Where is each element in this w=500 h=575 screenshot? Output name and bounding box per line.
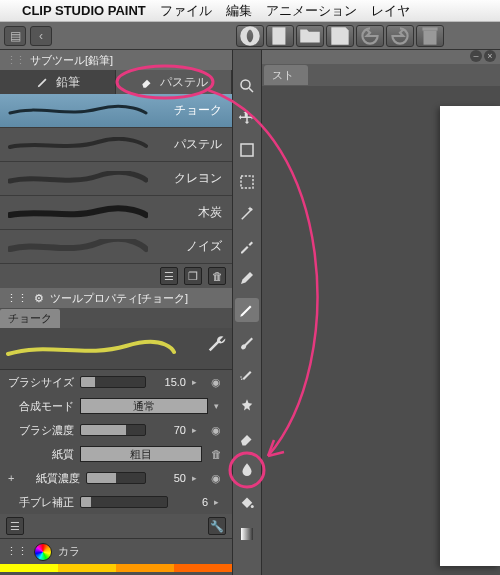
prop-brush-size: ブラシサイズ 15.0 ▸ ◉ (0, 370, 232, 394)
brush-item-crayon[interactable]: クレヨン (0, 162, 232, 196)
canvas[interactable] (440, 106, 500, 566)
prop-label: 合成モード (8, 399, 74, 414)
brush-item-noise[interactable]: ノイズ (0, 230, 232, 264)
prop-label: 手ブレ補正 (8, 495, 74, 510)
prop-value[interactable]: 15.0 (152, 376, 186, 388)
gear-icon: ⚙ (34, 292, 44, 305)
wrench-icon[interactable] (206, 332, 228, 354)
menu-animation[interactable]: アニメーション (266, 2, 357, 20)
subtab-label-pastel: パステル (160, 74, 208, 91)
prop-slider[interactable] (86, 472, 146, 484)
redo-icon[interactable] (386, 25, 414, 47)
duplicate-icon[interactable]: ❐ (184, 267, 202, 285)
close-icon[interactable]: × (484, 50, 496, 62)
eraser-tip-icon (140, 75, 154, 89)
tool-strip (232, 50, 262, 575)
toolprop-footer: ☰ 🔧 (0, 514, 232, 538)
prop-value[interactable]: 50 (152, 472, 186, 484)
clip-studio-icon[interactable] (236, 25, 264, 47)
brush-name: チョーク (174, 102, 222, 119)
brush-name: 木炭 (198, 204, 222, 221)
wand-tool-icon[interactable] (235, 202, 259, 226)
airbrush-tool-icon[interactable] (235, 362, 259, 386)
color-wheel-icon[interactable] (34, 543, 52, 561)
toolprop-titlebar[interactable]: ⋮⋮ ⚙ ツールプロパティ[チョーク] (0, 288, 232, 308)
brush-actions: ☰ ❐ 🗑 (0, 264, 232, 288)
pencil-icon (36, 75, 50, 89)
prop-value[interactable]: 6 (174, 496, 208, 508)
macos-menubar: CLIP STUDIO PAINT ファイル 編集 アニメーション レイヤ (0, 0, 500, 22)
document-tabbar: スト (262, 64, 500, 86)
brush-tool-icon[interactable] (235, 330, 259, 354)
property-icon[interactable]: ☰ (160, 267, 178, 285)
prop-label: ブラシ濃度 (8, 423, 74, 438)
brush-name: クレヨン (174, 170, 222, 187)
svg-point-8 (251, 505, 254, 508)
chevron-icon[interactable]: ▸ (192, 473, 202, 483)
move-tool-icon[interactable] (235, 106, 259, 130)
menu-edit[interactable]: 編集 (226, 2, 252, 20)
magnify-tool-icon[interactable] (235, 74, 259, 98)
subtab-label-pencil: 鉛筆 (56, 74, 80, 91)
chevron-icon[interactable]: ▾ (214, 401, 224, 411)
brush-item-charcoal[interactable]: 木炭 (0, 196, 232, 230)
brush-item-pastel[interactable]: パステル (0, 128, 232, 162)
pen-tool-icon[interactable] (235, 266, 259, 290)
pencil-tool-icon[interactable] (235, 298, 259, 322)
open-icon[interactable] (296, 25, 324, 47)
svg-point-6 (241, 379, 243, 381)
subtool-title: サブツール[鉛筆] (30, 53, 113, 68)
texture-select[interactable]: 粗目 (80, 446, 202, 462)
chevron-icon[interactable]: ▸ (214, 497, 224, 507)
new-doc-icon[interactable] (266, 25, 294, 47)
gradient-tool-icon[interactable] (235, 522, 259, 546)
operation-tool-icon[interactable] (235, 138, 259, 162)
subtool-titlebar[interactable]: ⋮⋮ サブツール[鉛筆] (0, 50, 232, 70)
document-tab[interactable]: スト (264, 65, 308, 85)
eraser-tool-icon[interactable] (235, 426, 259, 450)
chevron-left-icon[interactable]: ‹ (30, 26, 52, 46)
blend-mode-select[interactable]: 通常 (80, 398, 208, 414)
expand-icon[interactable]: + (8, 472, 16, 484)
svg-point-7 (240, 376, 242, 378)
link-icon[interactable]: ◉ (208, 470, 224, 486)
trash-icon[interactable]: 🗑 (208, 267, 226, 285)
brush-name: ノイズ (186, 238, 222, 255)
brush-item-chalk[interactable]: チョーク (0, 94, 232, 128)
subtab-pencil[interactable]: 鉛筆 (0, 70, 116, 94)
decoration-tool-icon[interactable] (235, 394, 259, 418)
toolprop-tab[interactable]: チョーク (0, 308, 232, 328)
grip-icon: ⋮⋮ (6, 54, 24, 67)
svg-rect-1 (424, 30, 437, 44)
app-title[interactable]: CLIP STUDIO PAINT (22, 3, 146, 18)
save-icon[interactable] (326, 25, 354, 47)
brush-stroke-icon (8, 205, 148, 221)
minimize-icon[interactable]: – (470, 50, 482, 62)
chevron-icon[interactable]: ▸ (192, 425, 202, 435)
fill-tool-icon[interactable] (235, 490, 259, 514)
prop-slider[interactable] (80, 376, 146, 388)
prop-value[interactable]: 70 (152, 424, 186, 436)
link-icon[interactable]: ◉ (208, 422, 224, 438)
chevron-icon[interactable]: ▸ (192, 377, 202, 387)
menu-file[interactable]: ファイル (160, 2, 212, 20)
prop-slider[interactable] (80, 424, 146, 436)
subtab-pastel[interactable]: パステル (116, 70, 232, 94)
wrench-icon[interactable]: 🔧 (208, 517, 226, 535)
brush-stroke-icon (8, 239, 148, 255)
delete-icon[interactable] (416, 25, 444, 47)
menu-icon[interactable]: ☰ (6, 517, 24, 535)
select-tool-icon[interactable] (235, 170, 259, 194)
menu-layer[interactable]: レイヤ (371, 2, 410, 20)
eyedropper-tool-icon[interactable] (235, 234, 259, 258)
blend-tool-icon[interactable] (235, 458, 259, 482)
prop-slider[interactable] (80, 496, 168, 508)
link-icon[interactable]: ◉ (208, 374, 224, 390)
undo-icon[interactable] (356, 25, 384, 47)
grip-icon: ⋮⋮ (6, 545, 28, 558)
color-swatches[interactable] (0, 564, 232, 572)
trash-icon[interactable]: 🗑 (208, 446, 224, 462)
svg-rect-0 (272, 27, 285, 44)
panel-toggle-icon[interactable]: ▤ (4, 26, 26, 46)
color-panel-header[interactable]: ⋮⋮ カラ (0, 538, 232, 564)
